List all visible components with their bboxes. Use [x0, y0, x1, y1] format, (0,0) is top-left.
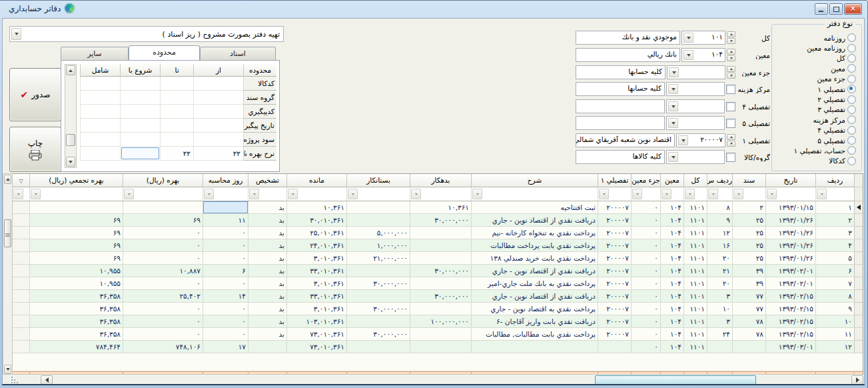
grid-cell[interactable]: بد	[248, 328, 286, 341]
grid-header-cell[interactable]: رديف	[815, 174, 854, 187]
grid-cell[interactable]: ثبت افتتاحيه	[471, 201, 598, 214]
field-spinner[interactable]	[727, 134, 735, 147]
grid-cell[interactable]: ۱۰۳,۰۱۰,۳۶۱	[286, 315, 346, 328]
grid-cell[interactable]: پرداخت نقدي بابت پرداخت مطالبات	[471, 239, 598, 252]
grid-cell[interactable]: ۱۰۴	[660, 290, 683, 303]
titlebar[interactable]: دفاتر حسابداري ×	[0, 1, 867, 18]
field-checkbox[interactable]	[726, 153, 735, 162]
grid-cell[interactable]: ۱۰۴	[660, 315, 683, 328]
grid-cell[interactable]: ۲۴	[707, 328, 732, 341]
field-code-combo[interactable]: ۲۰۰۰۰۷	[676, 133, 725, 147]
radio-option[interactable]: مركز هزينه	[776, 115, 856, 125]
grid-cell[interactable]: ۳۶,۳۵۸	[29, 315, 123, 328]
scroll-up-button[interactable]	[66, 65, 75, 75]
grid-cell[interactable]: ۲۰۰۰۰۷	[598, 214, 631, 227]
grid-filter-cell[interactable]	[631, 187, 660, 201]
range-cell[interactable]	[160, 133, 193, 147]
grid-cell[interactable]: ۲	[732, 201, 765, 214]
grid-cell[interactable]: ۱۰۴	[660, 201, 683, 214]
grid-cell[interactable]: ۳۶,۳۵۸	[29, 290, 123, 303]
chevron-down-icon[interactable]	[683, 50, 693, 60]
grid-cell[interactable]	[410, 227, 471, 239]
grid-filter-cell[interactable]	[29, 187, 123, 201]
radio-option[interactable]: حساب، تفصيلي ۱	[776, 145, 856, 155]
grid-cell[interactable]: ۱۰۴	[660, 252, 683, 265]
grid-header-cell[interactable]: روز محاسبه	[203, 174, 248, 187]
grid-cell[interactable]: ۶۹	[29, 252, 123, 265]
grid-cell[interactable]: ۷۸	[732, 315, 765, 328]
filter-dropdown-button[interactable]	[661, 189, 671, 199]
grid-cell[interactable]: ۱۰۴	[660, 341, 683, 353]
grid-cell[interactable]: ۰	[203, 277, 248, 290]
grid-cell[interactable]: ۳۹	[732, 265, 765, 277]
grid-cell[interactable]: بد	[248, 239, 286, 252]
field-spinner[interactable]	[727, 49, 735, 61]
grid-cell[interactable]: ۱۳۹۳/۰۲/۱۵	[765, 315, 815, 328]
range-header-cell[interactable]: شروع با	[120, 64, 160, 77]
filter-dropdown-button[interactable]	[124, 189, 134, 199]
grid-cell[interactable]: ۰	[631, 265, 660, 277]
range-cell[interactable]	[193, 105, 243, 119]
grid-filter-cell[interactable]	[660, 187, 683, 201]
grid-cell[interactable]: ۱۳۹۳/۰۲/۰۱	[765, 265, 815, 277]
field-code-combo[interactable]	[666, 82, 725, 96]
range-cell[interactable]	[120, 91, 160, 105]
filter-dropdown-button[interactable]	[708, 189, 718, 199]
range-cell[interactable]	[120, 147, 160, 161]
grid-cell[interactable]: ۰	[123, 252, 203, 265]
scroll-thumb[interactable]	[66, 134, 75, 146]
grid-cell[interactable]: ۱۱۰۱	[683, 315, 707, 328]
field-spinner[interactable]	[727, 31, 735, 44]
grid-cell[interactable]: ۰	[123, 239, 203, 252]
grid-cell[interactable]	[410, 328, 471, 341]
grid-cell[interactable]: ۱۳۹۳/۰۳/۰۱	[765, 341, 815, 353]
grid-cell[interactable]: ۲۰۰۰۰۷	[598, 277, 631, 290]
range-cell[interactable]: ۲۲	[193, 147, 243, 161]
grid-cell[interactable]: ۰	[123, 328, 203, 341]
grid-cell[interactable]: ۱۱۰۱	[683, 328, 707, 341]
range-header-cell[interactable]: از	[193, 64, 243, 77]
grid-cell[interactable]: ۱۳۹۳/۰۲/۱۵	[765, 303, 815, 315]
grid-cell[interactable]: ۰	[203, 252, 248, 265]
grid-cell[interactable]: ۲۰۰۰۰۷	[598, 265, 631, 277]
grid-header-cell[interactable]: كل	[683, 174, 707, 187]
grid-cell[interactable]: ۰	[631, 214, 660, 227]
grid-cell[interactable]: ۱۱۰۱	[683, 290, 707, 303]
field-value-box[interactable]: كليه حسابها	[576, 82, 665, 96]
grid-filter-cell[interactable]	[683, 187, 707, 201]
field-checkbox[interactable]	[726, 85, 735, 94]
grid-cell[interactable]: ۳,۰۱۰,۳۶۱	[286, 252, 346, 265]
scroll-right-button[interactable]	[851, 375, 863, 385]
close-button[interactable]: ×	[844, 3, 862, 15]
grid-filter-cell[interactable]	[203, 187, 248, 201]
radio-option[interactable]: روزنامه	[776, 33, 856, 43]
field-code-combo[interactable]	[666, 99, 725, 113]
grid-cell[interactable]: ۱۱۰۱	[683, 303, 707, 315]
grid-cell[interactable]: ۲۵	[732, 239, 765, 252]
range-cell[interactable]	[160, 91, 193, 105]
grid-cell[interactable]: ۱۲	[815, 341, 854, 353]
grid-header-cell[interactable]: رديف س	[707, 174, 732, 187]
grid-cell[interactable]: ۱	[815, 201, 854, 214]
grid-cell[interactable]: ۰	[631, 201, 660, 214]
field-value-box[interactable]	[576, 99, 665, 113]
chevron-down-icon[interactable]	[683, 33, 693, 43]
grid-cell[interactable]: ۰	[203, 303, 248, 315]
radio-option[interactable]: تفصيلي ۳	[776, 105, 856, 115]
grid-cell[interactable]: ۱۳۹۳/۰۲/۰۱	[765, 277, 815, 290]
grid-cell[interactable]: بد	[248, 265, 286, 277]
grid-header-cell[interactable]: بدهكار	[410, 174, 471, 187]
range-cell[interactable]	[160, 105, 193, 119]
chevron-down-icon[interactable]	[669, 67, 679, 77]
range-cell[interactable]	[160, 77, 193, 91]
print-button[interactable]: چاپ	[9, 127, 61, 172]
grid-cell[interactable]: ۷۷	[732, 290, 765, 303]
grid-header-cell[interactable]: تفصيلي ۱	[598, 174, 631, 187]
radio-option[interactable]: تفصيلي ۵	[776, 135, 856, 145]
grid-cell[interactable]: ۶	[815, 265, 854, 277]
grid-cell[interactable]: ۱۰۴	[660, 328, 683, 341]
grid-cell[interactable]: ۲۱	[707, 265, 732, 277]
grid-cell[interactable]: ۷۸۴,۴۶۴	[29, 341, 123, 353]
grid-header-cell[interactable]: سند	[732, 174, 765, 187]
grid-cell[interactable]: ۳۶,۳۵۸	[29, 303, 123, 315]
